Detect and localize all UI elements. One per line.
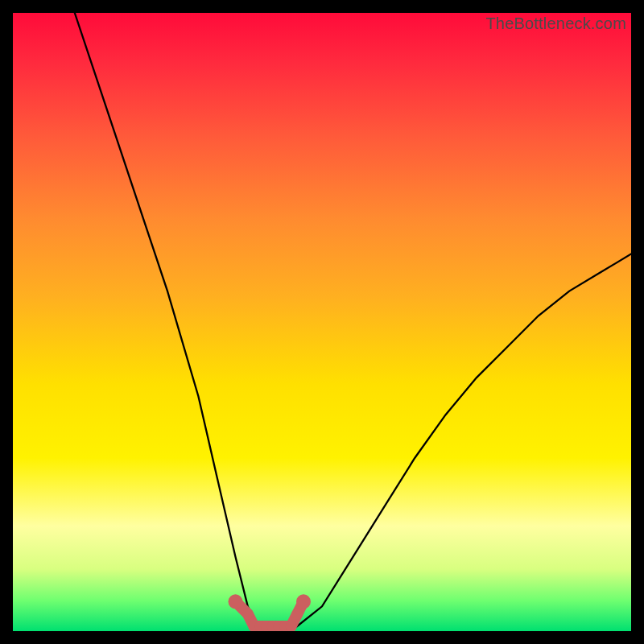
curve-svg: [13, 13, 631, 631]
bottleneck-curve-path: [75, 13, 631, 631]
plot-area: [13, 13, 631, 631]
optimal-dot: [229, 594, 243, 609]
optimal-dot: [242, 609, 254, 620]
chart-frame: TheBottleneck.com: [0, 0, 644, 644]
optimal-dot: [291, 609, 303, 620]
optimal-dot: [296, 594, 311, 609]
